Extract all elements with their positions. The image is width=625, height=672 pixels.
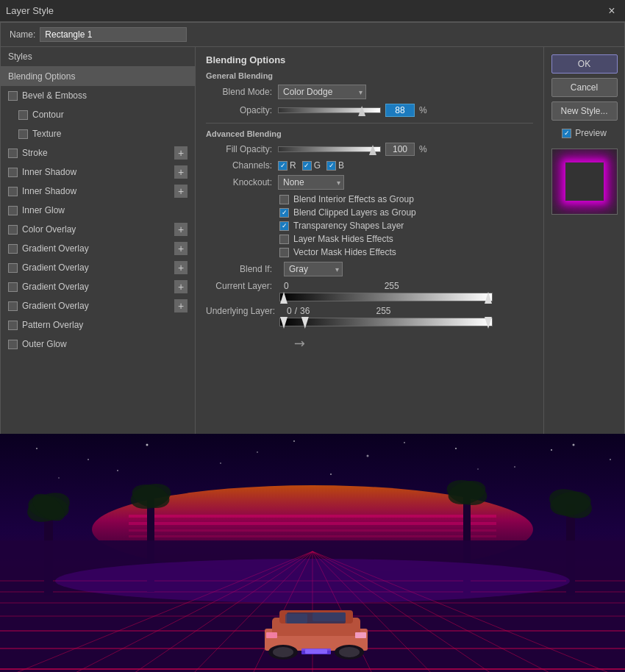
sidebar-item-label: Outer Glow [22,339,188,349]
current-layer-track[interactable] [279,293,493,301]
vector-mask-checkbox[interactable] [279,248,289,257]
inner-glow-checkbox[interactable] [8,206,18,215]
outer-glow-checkbox[interactable] [8,340,18,349]
pattern-overlay-checkbox[interactable] [8,321,18,330]
inner-shadow-1-add-button[interactable]: + [174,165,188,179]
channel-g-label: G [314,160,321,171]
current-layer-slider-container: Current Layer: 0 255 [206,281,533,301]
stroke-checkbox[interactable] [8,149,18,158]
sidebar-item-contour[interactable]: Contour [1,105,195,124]
texture-checkbox[interactable] [18,129,28,139]
inner-shadow-2-checkbox[interactable] [8,187,18,196]
gradient-overlay-1-checkbox[interactable] [8,244,18,254]
sidebar-item-bevel-emboss[interactable]: Bevel & Emboss [1,86,195,105]
preview-canvas [555,152,614,211]
opacity-slider-handle[interactable] [358,106,365,116]
underlying-layer-max: 255 [376,306,390,316]
blend-interior-checkbox[interactable] [279,195,289,204]
color-overlay-add-button[interactable]: + [174,223,188,236]
blend-if-select[interactable]: Gray Red Green Blue [284,262,343,276]
sidebar-item-blending-options[interactable]: Blending Options [1,67,195,86]
channel-r-item: R [278,160,296,171]
svg-point-5 [293,440,295,442]
underlying-layer-handle-left[interactable] [280,317,288,329]
transparency-shapes-checkbox[interactable] [279,221,289,231]
new-style-button[interactable]: New Style... [551,101,618,121]
inner-shadow-2-add-button[interactable]: + [174,185,188,198]
fill-opacity-label: Fill Opacity: [206,144,272,154]
sidebar-item-stroke[interactable]: Stroke + [1,143,195,162]
channel-g-checkbox[interactable] [302,161,312,171]
knockout-label: Knockout: [206,177,272,187]
current-layer-handle-right[interactable] [485,292,492,304]
gradient-overlay-1-add-button[interactable]: + [174,242,188,255]
gradient-overlay-3-checkbox[interactable] [8,282,18,292]
contour-checkbox[interactable] [18,110,28,120]
knockout-select[interactable]: None Shallow Deep [278,175,344,190]
blend-if-label: Blend If: [206,264,272,274]
fill-opacity-slider-handle[interactable] [369,145,376,155]
channels-label: Channels: [206,160,272,171]
sidebar-item-inner-glow[interactable]: Inner Glow [1,201,195,220]
sidebar-item-texture[interactable]: Texture [1,124,195,143]
sidebar-item-label: Color Overlay [22,224,171,235]
ok-button[interactable]: OK [551,54,618,74]
underlying-layer-handle-right[interactable] [485,317,492,329]
opacity-row: Opacity: % [206,104,533,117]
opacity-slider-row: % [278,104,427,117]
sidebar-item-label: Blending Options [8,71,188,82]
channel-b-checkbox[interactable] [326,161,336,171]
gradient-overlay-4-add-button[interactable]: + [174,299,188,312]
current-layer-handle-left[interactable] [280,292,288,304]
sidebar-item-gradient-overlay-1[interactable]: Gradient Overlay + [1,239,195,258]
sidebar-item-gradient-overlay-4[interactable]: Gradient Overlay + [1,296,195,315]
svg-rect-71 [0,540,625,672]
sidebar-item-inner-shadow-2[interactable]: Inner Shadow + [1,182,195,201]
sidebar-item-gradient-overlay-3[interactable]: Gradient Overlay + [1,277,195,296]
transparency-shapes-label: Transparency Shapes Layer [293,221,404,231]
opacity-label: Opacity: [206,105,272,115]
styles-list: Blending Options Bevel & Emboss Contour … [1,67,195,437]
color-overlay-checkbox[interactable] [8,225,18,235]
svg-point-4 [220,462,221,464]
opacity-slider-track[interactable] [278,107,381,113]
vector-mask-option: Vector Mask Hides Effects [279,247,533,257]
sidebar-item-inner-shadow-1[interactable]: Inner Shadow + [1,162,195,182]
center-panel: Blending Options General Blending Blend … [196,47,543,459]
sidebar-item-pattern-overlay[interactable]: Pattern Overlay [1,315,195,335]
fill-opacity-input[interactable] [385,143,415,156]
underlying-layer-min: 0 [287,306,292,316]
gradient-overlay-4-checkbox[interactable] [8,301,18,311]
svg-point-3 [146,444,149,446]
name-input[interactable] [40,27,187,42]
stroke-add-button[interactable]: + [174,146,188,160]
blend-clipped-option: Blend Clipped Layers as Group [279,207,533,218]
channel-r-checkbox[interactable] [278,161,288,171]
sidebar-item-color-overlay[interactable]: Color Overlay + [1,220,195,239]
blend-if-dropdown-wrapper: Gray Red Green Blue [284,262,343,276]
preview-checkbox[interactable] [562,129,571,138]
inner-shadow-1-checkbox[interactable] [8,168,18,177]
channel-r-label: R [290,160,296,171]
bevel-emboss-checkbox[interactable] [8,91,18,101]
svg-rect-20 [129,522,496,525]
sidebar-item-label: Texture [32,129,188,139]
underlying-layer-track[interactable] [279,318,493,326]
fill-opacity-slider-track[interactable] [278,146,381,152]
gradient-overlay-3-add-button[interactable]: + [174,280,188,293]
sidebar-item-outer-glow[interactable]: Outer Glow [1,335,195,354]
blend-mode-select[interactable]: Color Dodge Normal Screen Multiply [278,85,366,99]
current-layer-max: 255 [385,281,399,291]
sidebar-item-label: Inner Shadow [22,167,171,177]
current-layer-min: 0 [284,281,289,291]
underlying-layer-handle-mid[interactable] [301,317,309,329]
close-button[interactable]: × [604,4,619,18]
sidebar-item-gradient-overlay-2[interactable]: Gradient Overlay + [1,258,195,277]
layer-mask-checkbox[interactable] [279,235,289,244]
blend-clipped-checkbox[interactable] [279,208,289,218]
gradient-overlay-2-checkbox[interactable] [8,263,18,273]
opacity-input[interactable] [385,104,415,117]
cancel-button[interactable]: Cancel [551,78,618,97]
gradient-overlay-2-add-button[interactable]: + [174,261,188,274]
svg-rect-21 [129,529,496,532]
